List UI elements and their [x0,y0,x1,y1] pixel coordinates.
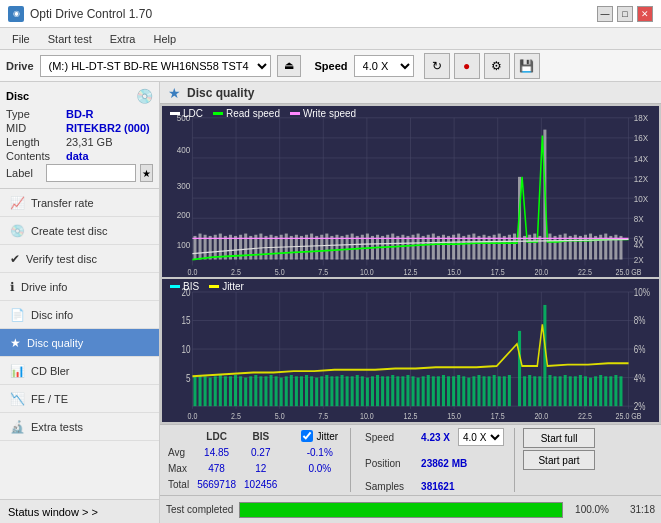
jitter-checkbox[interactable] [301,430,313,442]
nav-extra-tests[interactable]: 🔬 Extra tests [0,413,159,441]
svg-rect-237 [554,377,557,407]
svg-rect-250 [619,377,622,407]
disc-label-btn[interactable]: ★ [140,164,153,182]
svg-rect-199 [356,375,359,406]
nav-items: 📈 Transfer rate 💿 Create test disc ✔ Ver… [0,189,159,499]
stats-ldc-header: LDC [193,428,240,444]
nav-fe-te[interactable]: 📉 FE / TE [0,385,159,413]
menu-extra[interactable]: Extra [102,31,144,47]
stats-avg-bis: 0.27 [240,444,281,460]
bis-legend-dot [170,285,180,288]
svg-rect-221 [467,378,470,407]
minimize-button[interactable]: — [597,6,613,22]
speed-select[interactable]: 4.0 X [354,55,414,77]
svg-text:12X: 12X [634,173,649,184]
svg-text:17.5: 17.5 [491,412,505,422]
fe-te-icon: 📉 [10,392,25,406]
verify-test-disc-icon: ✔ [10,252,20,266]
drive-select[interactable]: (M:) HL-DT-ST BD-RE WH16NS58 TST4 [40,55,271,77]
maximize-button[interactable]: □ [617,6,633,22]
nav-verify-test-disc[interactable]: ✔ Verify test disc [0,245,159,273]
jitter-legend-dot [209,285,219,288]
status-window-button[interactable]: Status window > > [0,499,159,523]
eject-button[interactable]: ⏏ [277,55,301,77]
svg-rect-116 [554,236,557,260]
stats-empty-header [164,428,193,444]
svg-rect-243 [584,377,587,407]
svg-rect-85 [396,236,399,260]
bis-legend-label: BIS [183,281,199,292]
disc-info-icon: 📄 [10,308,25,322]
chart1-legend: LDC Read speed Write speed [170,108,356,119]
speed-label: Speed [315,60,348,72]
progress-bar-outer [239,502,563,518]
nav-cd-bler[interactable]: 📊 CD Bler [0,357,159,385]
position-label: Position [365,458,417,469]
svg-rect-236 [548,375,551,406]
ldc-legend-label: LDC [183,108,203,119]
svg-rect-76 [351,234,354,260]
svg-rect-234 [538,377,541,407]
svg-rect-245 [594,377,597,407]
svg-rect-176 [239,377,242,407]
svg-rect-202 [371,377,374,407]
svg-rect-90 [422,236,425,260]
start-full-button[interactable]: Start full [523,428,595,448]
disc-type-value: BD-R [66,108,94,120]
nav-cd-bler-label: CD Bler [31,365,70,377]
write-speed-legend-label: Write speed [303,108,356,119]
stats-avg-ldc: 14.85 [193,444,240,460]
start-part-button[interactable]: Start part [523,450,595,470]
record-button[interactable]: ● [454,53,480,79]
svg-rect-112 [533,234,536,260]
nav-disc-info[interactable]: 📄 Disc info [0,301,159,329]
speed-value: 4.23 X [421,432,450,443]
menu-file[interactable]: File [4,31,38,47]
svg-rect-246 [599,375,602,406]
svg-rect-196 [341,375,344,406]
svg-rect-71 [325,234,328,260]
stats-bar: LDC BIS Jitter Avg 14.85 0.27 -0.1% [160,424,661,495]
jitter-checkbox-cell[interactable]: Jitter [297,428,342,444]
svg-rect-98 [462,236,465,260]
svg-text:12.5: 12.5 [404,267,418,277]
stats-total-ldc: 5669718 [193,476,240,492]
svg-rect-185 [285,377,288,407]
nav-disc-quality[interactable]: ★ Disc quality [0,329,159,357]
svg-text:8X: 8X [634,213,644,224]
svg-rect-118 [564,234,567,260]
stats-max-ldc: 478 [193,460,240,476]
speed-dropdown[interactable]: 4.0 X [458,428,504,446]
titlebar-controls: — □ ✕ [597,6,653,22]
svg-text:25.0 GB: 25.0 GB [616,412,642,422]
stats-avg-jitter: -0.1% [297,444,342,460]
right-stats: Speed 4.23 X 4.0 X Position 23862 MB Sam… [359,428,510,492]
svg-rect-79 [366,234,369,260]
refresh-button[interactable]: ↻ [424,53,450,79]
jitter-label: Jitter [316,431,338,442]
menu-help[interactable]: Help [145,31,184,47]
nav-transfer-rate-label: Transfer rate [31,197,94,209]
jitter-legend-label: Jitter [222,281,244,292]
read-speed-legend-label: Read speed [226,108,280,119]
svg-rect-174 [229,377,232,407]
close-button[interactable]: ✕ [637,6,653,22]
nav-drive-info[interactable]: ℹ Drive info [0,273,159,301]
svg-rect-192 [320,377,323,407]
nav-fe-te-label: FE / TE [31,393,68,405]
save-button[interactable]: 💾 [514,53,540,79]
svg-rect-213 [427,375,430,406]
svg-rect-48 [209,236,212,260]
nav-create-test-disc[interactable]: 💿 Create test disc [0,217,159,245]
nav-transfer-rate[interactable]: 📈 Transfer rate [0,189,159,217]
svg-text:25.0 GB: 25.0 GB [616,267,642,277]
settings-button[interactable]: ⚙ [484,53,510,79]
menu-start-test[interactable]: Start test [40,31,100,47]
status-window-label: Status window > > [8,506,98,518]
write-speed-legend-dot [290,112,300,115]
svg-rect-240 [569,377,572,407]
svg-rect-126 [604,234,607,260]
svg-text:2.5: 2.5 [231,412,241,422]
disc-label-input[interactable] [46,164,136,182]
sidebar: Disc 💿 Type BD-R MID RITEKBR2 (000) Leng… [0,82,160,523]
